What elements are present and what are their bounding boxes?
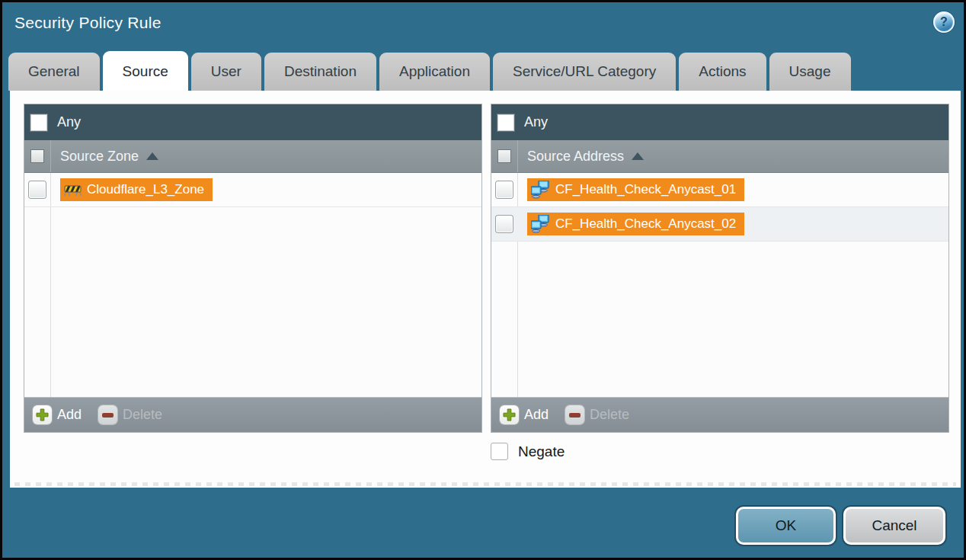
source-zone-footer: Add Delete xyxy=(24,397,481,432)
delete-label: Delete xyxy=(123,407,162,423)
row-checkbox-cell xyxy=(491,181,517,198)
table-row: CF_Health_Check_Anycast_01 xyxy=(491,173,948,207)
dialog-content: Any Source Zone Cloudflare_L3_Zone Add xyxy=(10,91,961,488)
cancel-button[interactable]: Cancel xyxy=(843,507,945,545)
row-checkbox[interactable] xyxy=(29,181,46,198)
tab-service-url-category[interactable]: Service/URL Category xyxy=(493,53,676,91)
source-zone-any-label: Any xyxy=(57,114,81,130)
add-label: Add xyxy=(524,407,549,423)
add-button[interactable]: Add xyxy=(500,405,549,424)
source-address-any-label: Any xyxy=(524,114,548,130)
plus-icon xyxy=(33,405,52,424)
source-address-select-all-checkbox[interactable] xyxy=(497,149,511,163)
zone-icon xyxy=(64,184,82,197)
help-icon[interactable]: ? xyxy=(933,11,955,33)
negate-checkbox[interactable] xyxy=(491,443,508,460)
row-checkbox[interactable] xyxy=(496,216,513,232)
minus-icon xyxy=(98,405,117,424)
source-zone-item[interactable]: Cloudflare_L3_Zone xyxy=(60,178,213,201)
add-label: Add xyxy=(57,407,82,423)
negate-label: Negate xyxy=(518,443,565,460)
tab-application[interactable]: Application xyxy=(379,53,490,91)
source-address-footer: Add Delete xyxy=(491,397,948,432)
row-checkbox-cell xyxy=(24,181,50,198)
source-address-panel: Any Source Address CF_Health_Check_Anyca… xyxy=(491,104,949,433)
source-address-any-checkbox[interactable] xyxy=(497,114,514,131)
source-zone-select-all-checkbox[interactable] xyxy=(30,149,44,163)
source-zone-list: Cloudflare_L3_Zone xyxy=(24,173,481,397)
source-zone-any-row: Any xyxy=(24,104,481,140)
source-address-list: CF_Health_Check_Anycast_01CF_Health_Chec… xyxy=(491,173,948,397)
table-row: CF_Health_Check_Anycast_02 xyxy=(491,207,948,242)
delete-button[interactable]: Delete xyxy=(98,405,162,424)
sort-asc-icon[interactable] xyxy=(632,152,644,160)
tab-destination[interactable]: Destination xyxy=(264,53,376,91)
item-label: CF_Health_Check_Anycast_01 xyxy=(555,182,736,197)
source-address-header-label: Source Address xyxy=(527,149,624,165)
source-zone-header-label: Source Zone xyxy=(60,149,139,165)
ok-button[interactable]: OK xyxy=(736,507,836,545)
sort-asc-icon[interactable] xyxy=(146,152,158,160)
item-label: CF_Health_Check_Anycast_02 xyxy=(555,216,736,232)
address-icon xyxy=(531,215,550,233)
tab-actions[interactable]: Actions xyxy=(679,53,766,91)
row-checkbox-cell xyxy=(491,216,517,232)
row-checkbox[interactable] xyxy=(496,181,513,198)
source-address-any-row: Any xyxy=(491,104,948,140)
header-divider xyxy=(517,140,518,172)
address-icon xyxy=(531,181,550,199)
minus-icon xyxy=(565,405,584,424)
source-address-item[interactable]: CF_Health_Check_Anycast_02 xyxy=(527,213,744,235)
tab-usage[interactable]: Usage xyxy=(769,53,851,91)
tab-bar: GeneralSourceUserDestinationApplicationS… xyxy=(8,53,851,91)
source-zone-column-header[interactable]: Source Zone xyxy=(24,140,481,173)
tab-source[interactable]: Source xyxy=(103,51,188,92)
source-zone-any-checkbox[interactable] xyxy=(30,114,47,131)
plus-icon xyxy=(500,405,519,424)
delete-button[interactable]: Delete xyxy=(565,405,629,424)
table-row: Cloudflare_L3_Zone xyxy=(24,173,481,207)
item-label: Cloudflare_L3_Zone xyxy=(87,182,204,197)
tab-general[interactable]: General xyxy=(8,53,100,91)
security-policy-rule-dialog: Security Policy Rule ? GeneralSourceUser… xyxy=(0,0,966,560)
add-button[interactable]: Add xyxy=(33,405,82,424)
tab-user[interactable]: User xyxy=(191,53,261,91)
source-address-column-header[interactable]: Source Address xyxy=(491,140,948,173)
negate-row: Negate xyxy=(491,443,565,460)
dialog-title: Security Policy Rule xyxy=(14,14,162,32)
source-zone-panel: Any Source Zone Cloudflare_L3_Zone Add xyxy=(24,104,482,433)
delete-label: Delete xyxy=(590,407,629,423)
header-divider xyxy=(50,140,51,172)
source-address-item[interactable]: CF_Health_Check_Anycast_01 xyxy=(527,178,744,201)
